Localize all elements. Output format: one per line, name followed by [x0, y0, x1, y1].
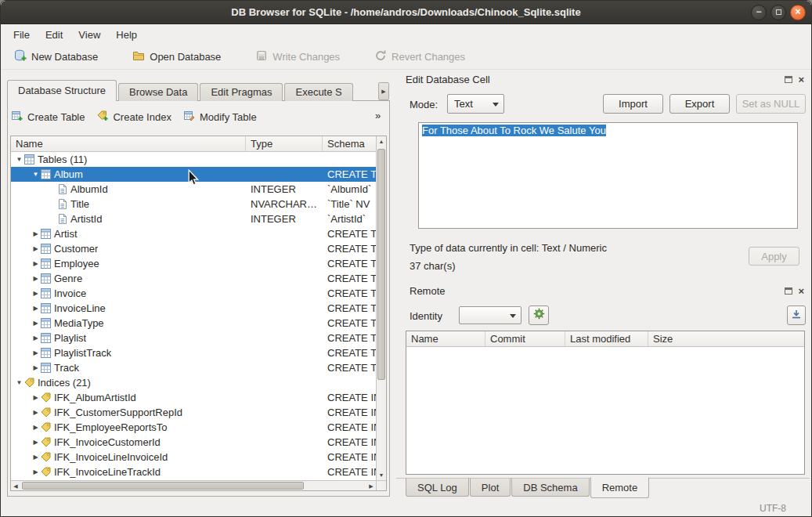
- tree-row-employee[interactable]: ▶EmployeeCREATE T: [11, 256, 376, 271]
- minimize-button[interactable]: −: [751, 5, 767, 20]
- tree-row-track[interactable]: ▶TrackCREATE T: [11, 360, 376, 375]
- tab-sql-log[interactable]: SQL Log: [406, 478, 469, 497]
- column-header-schema[interactable]: Schema: [323, 136, 376, 151]
- vertical-scroll-thumb[interactable]: [377, 149, 385, 380]
- tree-row-ifk-albumartistid[interactable]: ▶IFK_AlbumArtistIdCREATE IN: [11, 390, 376, 405]
- column-header-type[interactable]: Type: [246, 136, 323, 151]
- tab-database-structure[interactable]: Database Structure: [7, 80, 117, 101]
- tab-browse-data[interactable]: Browse Data: [118, 83, 198, 101]
- panel-splitter[interactable]: [390, 71, 396, 497]
- expand-arrow-icon[interactable]: ▼: [31, 171, 41, 178]
- tab-edit-pragmas[interactable]: Edit Pragmas: [200, 83, 283, 101]
- expand-arrow-icon[interactable]: ▶: [31, 334, 41, 342]
- expand-arrow-icon[interactable]: ▶: [31, 260, 41, 267]
- expand-arrow-icon[interactable]: ▶: [31, 349, 41, 356]
- tree-row-ifk-employeereportsto[interactable]: ▶IFK_EmployeeReportsToCREATE IN: [11, 420, 376, 435]
- identity-settings-button[interactable]: [529, 306, 549, 325]
- expand-arrow-icon[interactable]: ▶: [31, 409, 41, 416]
- remote-clone-button[interactable]: [787, 306, 806, 325]
- expand-arrow-icon[interactable]: ▶: [31, 364, 41, 371]
- expand-arrow-icon[interactable]: ▶: [31, 245, 41, 252]
- identity-combobox[interactable]: [459, 306, 521, 324]
- tree-row-invoiceline[interactable]: ▶InvoiceLineCREATE T: [11, 301, 376, 316]
- remote-files-table[interactable]: Name Commit Last modified Size: [406, 331, 805, 475]
- remote-dock-controls: ×: [785, 287, 804, 295]
- structure-tabbar: Database Structure Browse Data Edit Prag…: [7, 80, 378, 101]
- remote-column-commit[interactable]: Commit: [485, 331, 565, 346]
- remote-column-name[interactable]: Name: [406, 331, 485, 346]
- maximize-icon: [776, 9, 781, 15]
- export-button[interactable]: Export: [669, 94, 730, 114]
- tab-scroll-right-button[interactable]: ▶: [378, 82, 389, 100]
- tree-item-label: Genre: [54, 273, 82, 284]
- remote-column-last-modified[interactable]: Last modified: [565, 331, 648, 346]
- tree-row-ifk-customersupportrepid[interactable]: ▶IFK_CustomerSupportRepIdCREATE IN: [11, 405, 376, 420]
- horizontal-scroll-thumb[interactable]: [22, 482, 304, 490]
- menu-file[interactable]: File: [5, 27, 38, 43]
- mode-combobox[interactable]: Text: [447, 94, 504, 114]
- tree-row-title[interactable]: TitleNVARCHAR…`Title` NV: [11, 197, 376, 212]
- dock-float-icon[interactable]: [785, 287, 792, 295]
- tree-row-ifk-invoicelineinvoiceid[interactable]: ▶IFK_InvoiceLineInvoiceIdCREATE IN: [11, 450, 376, 465]
- toolbar-overflow-button[interactable]: »: [375, 110, 381, 121]
- tree-row-playlist[interactable]: ▶PlaylistCREATE T: [11, 331, 376, 345]
- tree-row-ifk-invoicecustomerid[interactable]: ▶IFK_InvoiceCustomerIdCREATE IN: [11, 435, 376, 450]
- tab-remote[interactable]: Remote: [590, 477, 650, 498]
- menu-help[interactable]: Help: [108, 27, 145, 43]
- tree-row-tables-11[interactable]: ▼Tables (11): [11, 152, 376, 167]
- column-header-name[interactable]: Name: [11, 136, 246, 151]
- open-database-icon: [132, 49, 145, 64]
- expand-arrow-icon[interactable]: ▶: [31, 320, 41, 327]
- tree-row-playlisttrack[interactable]: ▶PlaylistTrackCREATE T: [11, 345, 376, 360]
- expand-arrow-icon[interactable]: ▼: [14, 379, 24, 386]
- menu-view[interactable]: View: [70, 27, 108, 43]
- tree-row-ifk-invoicelinetrackid[interactable]: ▶IFK_InvoiceLineTrackIdCREATE IN: [11, 465, 376, 479]
- tab-execute-sql[interactable]: Execute S: [284, 83, 352, 101]
- expand-arrow-icon[interactable]: ▶: [31, 394, 41, 401]
- titlebar[interactable]: DB Browser for SQLite - /home/andros/Dow…: [1, 1, 811, 24]
- expand-arrow-icon[interactable]: ▶: [31, 468, 41, 475]
- tree-row-mediatype[interactable]: ▶MediaTypeCREATE T: [11, 316, 376, 331]
- tree-item-type: [246, 301, 323, 316]
- tree-row-customer[interactable]: ▶CustomerCREATE T: [11, 241, 376, 256]
- modify-table-button[interactable]: Modify Table: [184, 110, 257, 124]
- tree-item-schema: CREATE IN: [323, 405, 376, 420]
- import-button[interactable]: Import: [603, 94, 663, 114]
- expand-arrow-icon[interactable]: ▶: [31, 439, 41, 446]
- expand-arrow-icon[interactable]: ▶: [31, 454, 41, 461]
- index-icon: [41, 422, 54, 432]
- dock-close-icon[interactable]: ×: [798, 75, 804, 84]
- new-database-button[interactable]: New Database: [7, 46, 105, 67]
- dock-float-icon[interactable]: [785, 76, 792, 83]
- tab-db-schema[interactable]: DB Schema: [511, 478, 589, 497]
- tree-row-invoice[interactable]: ▶InvoiceCREATE T: [11, 286, 376, 301]
- expand-arrow-icon[interactable]: ▼: [14, 156, 24, 163]
- tree-row-artist[interactable]: ▶ArtistCREATE T: [11, 226, 376, 241]
- scroll-left-icon[interactable]: ◀: [11, 481, 20, 491]
- tree-row-artistid[interactable]: ArtistIdINTEGER`ArtistId`: [11, 212, 376, 226]
- scroll-up-icon[interactable]: ▲: [377, 136, 386, 146]
- expand-arrow-icon[interactable]: ▶: [31, 275, 41, 282]
- tree-horizontal-scrollbar[interactable]: ◀ ▶: [11, 480, 376, 490]
- tab-plot[interactable]: Plot: [470, 478, 511, 497]
- create-table-button[interactable]: Create Table: [12, 110, 85, 124]
- expand-arrow-icon[interactable]: ▶: [31, 290, 41, 297]
- menu-edit[interactable]: Edit: [38, 27, 70, 43]
- tree-row-indices-21[interactable]: ▼Indices (21): [11, 375, 376, 390]
- open-database-button[interactable]: Open Database: [125, 46, 228, 67]
- close-button[interactable]: ×: [790, 5, 806, 20]
- tree-item-schema: CREATE IN: [323, 435, 376, 450]
- scroll-right-icon[interactable]: ▶: [366, 481, 376, 491]
- tree-row-genre[interactable]: ▶GenreCREATE T: [11, 271, 376, 286]
- dock-close-icon[interactable]: ×: [798, 287, 804, 295]
- scroll-down-icon[interactable]: ▼: [377, 470, 386, 480]
- maximize-button[interactable]: [770, 5, 786, 20]
- expand-arrow-icon[interactable]: ▶: [31, 424, 41, 431]
- expand-arrow-icon[interactable]: ▶: [31, 305, 41, 312]
- tree-vertical-scrollbar[interactable]: ▲ ▼: [376, 136, 386, 480]
- expand-arrow-icon[interactable]: ▶: [31, 230, 41, 237]
- cell-editor[interactable]: For Those About To Rock We Salute You: [418, 122, 798, 229]
- create-index-button[interactable]: Create Index: [97, 110, 171, 124]
- remote-column-size[interactable]: Size: [648, 331, 804, 346]
- remote-title: Remote: [410, 285, 446, 297]
